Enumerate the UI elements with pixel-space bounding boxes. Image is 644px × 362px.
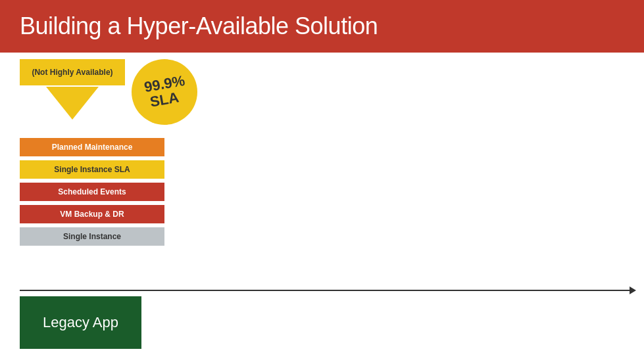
bar-single-instance-sla[interactable]: Single Instance SLA bbox=[20, 160, 164, 179]
sla-line2: SLA bbox=[149, 89, 180, 110]
bar-single-instance-label: Single Instance bbox=[63, 232, 121, 241]
arrow-down-container bbox=[20, 87, 125, 120]
page-title: Building a Hyper-Available Solution bbox=[20, 12, 378, 40]
not-ha-box: (Not Highly Available) bbox=[20, 59, 125, 85]
bar-planned-maintenance-label: Planned Maintenance bbox=[52, 143, 133, 152]
bar-single-instance[interactable]: Single Instance bbox=[20, 227, 164, 246]
bar-scheduled-events[interactable]: Scheduled Events bbox=[20, 183, 164, 201]
bar-vm-backup-dr[interactable]: VM Backup & DR bbox=[20, 205, 164, 223]
bar-single-instance-sla-label: Single Instance SLA bbox=[54, 165, 130, 174]
bar-planned-maintenance[interactable]: Planned Maintenance bbox=[20, 138, 164, 156]
bar-scheduled-events-label: Scheduled Events bbox=[58, 187, 126, 196]
sla-circle: 99.9% SLA bbox=[132, 59, 197, 125]
arrow-down-icon bbox=[46, 87, 99, 120]
bars-list: Planned Maintenance Single Instance SLA … bbox=[20, 138, 164, 250]
header-bar: Building a Hyper-Available Solution bbox=[0, 0, 644, 53]
timeline-arrow bbox=[20, 290, 631, 291]
legacy-app-label: Legacy App bbox=[43, 314, 118, 331]
bar-vm-backup-dr-label: VM Backup & DR bbox=[60, 210, 124, 219]
legacy-app-box[interactable]: Legacy App bbox=[20, 296, 141, 349]
main-content: (Not Highly Available) 99.9% SLA Planned… bbox=[0, 53, 644, 362]
